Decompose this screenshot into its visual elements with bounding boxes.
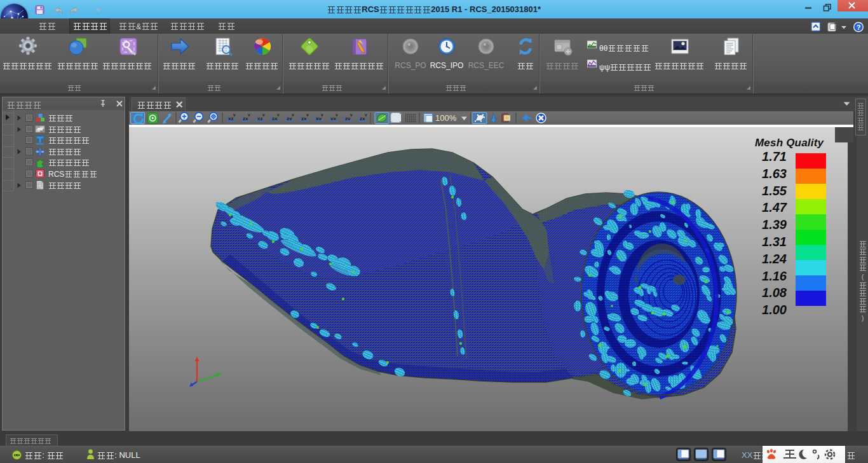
svg-text:v: v: [321, 113, 323, 117]
svg-text:v: v: [365, 113, 367, 117]
svg-text:?: ?: [857, 24, 861, 31]
svg-text:v: v: [292, 113, 294, 117]
svg-text:v: v: [248, 113, 250, 117]
svg-text:v: v: [336, 113, 338, 117]
svg-text:v: v: [277, 113, 280, 117]
svg-text:v: v: [262, 113, 265, 117]
svg-text:v: v: [350, 113, 353, 117]
svg-text:100%: 100%: [435, 113, 457, 123]
svg-text:v: v: [233, 113, 236, 117]
svg-text:v: v: [306, 113, 309, 117]
